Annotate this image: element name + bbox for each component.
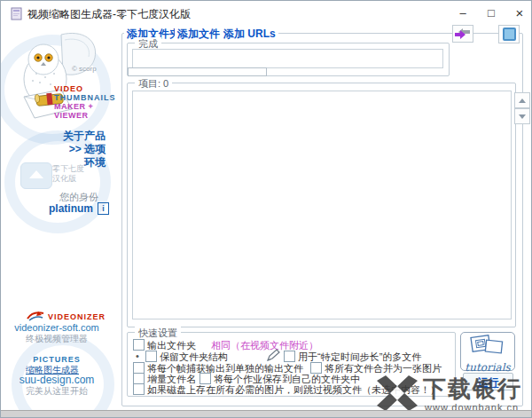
videonizer-description: 终极视频管理器 — [8, 333, 106, 345]
quick-settings-label: 快速设置 — [135, 327, 181, 340]
sidebar: © scorp VIDEO THUMBNAILS MAKER + VIEWER … — [1, 26, 116, 417]
title-bar: 视频缩略图生成器-零下七度汉化版 – □ × — [1, 1, 531, 26]
videonizer-site-link[interactable]: videonizer-soft.com — [8, 322, 106, 333]
items-group-label: 项目: 0 — [135, 77, 172, 91]
watermark: 下载银行 www.downbank.cn — [377, 374, 528, 414]
scorp-credit: © scorp — [72, 65, 97, 73]
tab-add-files[interactable]: 添加文件 — [175, 27, 223, 42]
arrow-down-icon — [519, 114, 526, 119]
items-list[interactable] — [132, 91, 512, 319]
move-item-up-button[interactable] — [514, 92, 530, 108]
close-button[interactable]: × — [506, 1, 532, 26]
always-on-top-button[interactable] — [498, 25, 520, 43]
arrow-up-icon — [519, 99, 526, 103]
app-icon — [11, 7, 23, 20]
photos-stack-icon — [468, 335, 507, 358]
minimize-button[interactable]: – — [450, 1, 476, 26]
tutorials-button[interactable]: tutorials — [460, 332, 515, 371]
info-icon[interactable]: i — [98, 202, 109, 215]
move-item-down-button[interactable] — [514, 108, 530, 124]
tab-add-urls[interactable]: 添加 URLs — [221, 27, 278, 42]
multi-files-checkbox[interactable] — [284, 351, 295, 362]
bullet-marker: • — [136, 351, 139, 361]
window-bottom-edge — [1, 410, 531, 418]
logo-text-video: VIDEO — [54, 84, 83, 93]
pictures-site-link[interactable]: suu-design.com — [8, 374, 106, 386]
downbank-x-logo — [377, 375, 419, 413]
skip-existing-checkbox[interactable] — [133, 383, 145, 395]
app-window: 视频缩略图生成器-零下七度汉化版 – □ × — [0, 0, 532, 418]
logo-text-maker-viewer: MAKER + VIEWER — [54, 102, 116, 120]
eject-icon — [20, 162, 52, 189]
maximize-button[interactable]: □ — [478, 1, 505, 26]
localization-note: 零下七度 汉化版 — [52, 164, 84, 184]
pencil-icon — [266, 349, 280, 362]
window-title: 视频缩略图生成器-零下七度汉化版 — [27, 7, 191, 22]
import-arrows-icon — [455, 28, 471, 39]
logo-text-thumbnails: THUMBNAILS — [54, 93, 116, 102]
tutorials-button-label: tutorials — [461, 361, 514, 374]
watermark-name: 下载银行 — [423, 374, 522, 405]
pictures-tagline: 完美从这里开始 — [8, 385, 106, 398]
videonizer-icon — [26, 310, 45, 322]
progress-bar — [128, 67, 267, 76]
identity-value: platinum — [8, 202, 93, 215]
videonizer-brand: VIDEONIZER — [48, 312, 106, 321]
pictures-brand: PICTURES — [8, 355, 106, 364]
items-group: 项目: 0 — [127, 83, 516, 327]
output-folder-checkbox[interactable] — [133, 339, 145, 351]
done-status-box — [132, 49, 443, 68]
keep-structure-checkbox[interactable] — [145, 351, 157, 362]
import-list-button[interactable] — [452, 25, 473, 43]
blue-square-icon — [503, 28, 516, 41]
